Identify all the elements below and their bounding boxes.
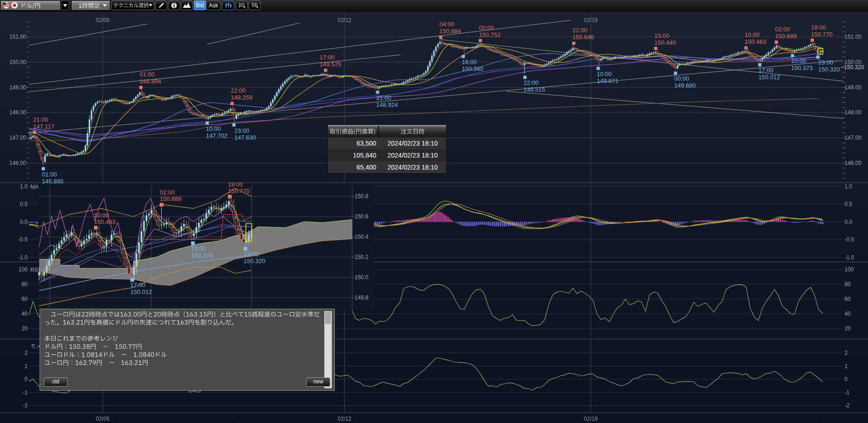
svg-text:02:00: 02:00 bbox=[160, 189, 175, 196]
svg-text:23:00: 23:00 bbox=[244, 251, 259, 258]
svg-text:-2: -2 bbox=[23, 402, 28, 409]
svg-text:15:00: 15:00 bbox=[654, 32, 670, 39]
svg-text:01:00: 01:00 bbox=[42, 171, 57, 178]
svg-text:80: 80 bbox=[22, 281, 28, 288]
svg-text:0.5: 0.5 bbox=[20, 201, 28, 207]
svg-text:150.0: 150.0 bbox=[355, 274, 368, 281]
svg-text:23:00: 23:00 bbox=[234, 127, 250, 134]
svg-text:150.340: 150.340 bbox=[462, 65, 484, 72]
svg-text:149.575: 149.575 bbox=[320, 61, 341, 68]
svg-text:150.770: 150.770 bbox=[811, 31, 833, 38]
svg-text:150.320: 150.320 bbox=[844, 64, 864, 70]
svg-text:40: 40 bbox=[22, 311, 28, 317]
svg-text:100: 100 bbox=[18, 266, 28, 273]
svg-text:0.5: 0.5 bbox=[845, 201, 852, 207]
svg-text:150.373: 150.373 bbox=[791, 65, 813, 71]
svg-text:147.00: 147.00 bbox=[9, 135, 26, 141]
svg-text:2: 2 bbox=[24, 350, 28, 356]
svg-text:22:00: 22:00 bbox=[572, 27, 588, 34]
svg-text:04:00: 04:00 bbox=[439, 21, 454, 28]
svg-text:-2: -2 bbox=[845, 402, 850, 409]
svg-text:00:00: 00:00 bbox=[674, 75, 689, 82]
svg-text:10:00: 10:00 bbox=[745, 31, 760, 38]
svg-text:150.463: 150.463 bbox=[745, 38, 766, 45]
svg-text:150.6: 150.6 bbox=[355, 213, 368, 220]
svg-text:40: 40 bbox=[845, 311, 851, 317]
svg-text:60: 60 bbox=[845, 296, 851, 302]
svg-text:20: 20 bbox=[22, 325, 28, 332]
svg-text:2: 2 bbox=[845, 350, 848, 356]
svg-text:150.440: 150.440 bbox=[654, 39, 676, 46]
svg-text:20: 20 bbox=[845, 325, 851, 332]
svg-text:17:00: 17:00 bbox=[130, 282, 146, 288]
svg-text:150.012: 150.012 bbox=[758, 74, 780, 81]
svg-text:150.00: 150.00 bbox=[9, 59, 26, 65]
svg-text:150.8: 150.8 bbox=[355, 193, 368, 200]
svg-text:-1: -1 bbox=[845, 389, 850, 396]
svg-text:-1.0: -1.0 bbox=[18, 254, 28, 261]
svg-text:02:00: 02:00 bbox=[775, 26, 790, 33]
svg-text:-0.5: -0.5 bbox=[845, 236, 854, 243]
svg-text:02/12: 02/12 bbox=[338, 416, 351, 422]
svg-text:16:00: 16:00 bbox=[462, 59, 477, 65]
svg-text:01:00: 01:00 bbox=[140, 71, 155, 78]
svg-text:150.884: 150.884 bbox=[439, 28, 461, 35]
svg-text:150.463: 150.463 bbox=[94, 218, 116, 225]
svg-text:150.320: 150.320 bbox=[244, 258, 265, 264]
svg-text:150.689: 150.689 bbox=[160, 195, 181, 202]
svg-text:149.871: 149.871 bbox=[597, 77, 618, 84]
svg-text:146.00: 146.00 bbox=[845, 160, 862, 166]
svg-text:150.689: 150.689 bbox=[775, 33, 797, 40]
svg-text:10:00: 10:00 bbox=[597, 70, 612, 77]
svg-text:149.00: 149.00 bbox=[845, 84, 862, 91]
svg-text:MA: MA bbox=[30, 184, 39, 190]
svg-text:10:00: 10:00 bbox=[191, 245, 206, 252]
svg-text:147.702: 147.702 bbox=[206, 132, 227, 139]
svg-text:02/05: 02/05 bbox=[96, 416, 110, 422]
svg-text:148.00: 148.00 bbox=[9, 109, 26, 116]
svg-text:149.680: 149.680 bbox=[674, 82, 696, 89]
svg-text:150.646: 150.646 bbox=[572, 34, 594, 41]
svg-text:02/19: 02/19 bbox=[584, 416, 598, 422]
svg-text:02/12: 02/12 bbox=[338, 17, 351, 24]
svg-text:149.515: 149.515 bbox=[524, 86, 545, 93]
svg-text:60: 60 bbox=[22, 296, 28, 302]
svg-text:150.373: 150.373 bbox=[191, 252, 213, 259]
svg-text:10:00: 10:00 bbox=[206, 125, 221, 132]
svg-text:148.00: 148.00 bbox=[845, 109, 862, 116]
svg-text:-0.5: -0.5 bbox=[18, 236, 28, 243]
svg-text:1: 1 bbox=[24, 363, 28, 370]
svg-text:150.752: 150.752 bbox=[479, 31, 501, 38]
svg-text:0.0: 0.0 bbox=[845, 219, 852, 225]
svg-text:151.00: 151.00 bbox=[845, 34, 862, 40]
svg-text:150.320: 150.320 bbox=[818, 66, 840, 73]
svg-text:10:00: 10:00 bbox=[94, 212, 109, 219]
svg-text:0: 0 bbox=[24, 376, 28, 382]
svg-text:147.00: 147.00 bbox=[845, 135, 862, 141]
svg-text:00:00: 00:00 bbox=[479, 24, 494, 31]
svg-text:150.770: 150.770 bbox=[228, 188, 250, 194]
svg-text:-1: -1 bbox=[23, 389, 28, 396]
svg-text:147.630: 147.630 bbox=[234, 134, 256, 141]
svg-text:-1.0: -1.0 bbox=[845, 254, 854, 261]
svg-text:17:00: 17:00 bbox=[320, 54, 335, 61]
svg-text:150.2: 150.2 bbox=[355, 254, 368, 260]
svg-text:17:00: 17:00 bbox=[758, 67, 774, 74]
svg-text:150.4: 150.4 bbox=[355, 234, 368, 240]
svg-text:21:00: 21:00 bbox=[33, 116, 48, 123]
svg-text:100: 100 bbox=[845, 266, 854, 273]
svg-text:148.924: 148.924 bbox=[376, 101, 398, 108]
svg-text:149.8: 149.8 bbox=[355, 294, 368, 301]
svg-text:148.894: 148.894 bbox=[140, 78, 161, 85]
svg-text:1: 1 bbox=[845, 363, 848, 370]
svg-text:0.0: 0.0 bbox=[20, 219, 28, 225]
svg-text:151.00: 151.00 bbox=[9, 34, 26, 40]
svg-text:02/19: 02/19 bbox=[584, 17, 598, 24]
svg-text:148.259: 148.259 bbox=[231, 94, 252, 101]
svg-text:146.00: 146.00 bbox=[9, 160, 26, 166]
svg-text:1.0: 1.0 bbox=[845, 183, 852, 190]
svg-text:0: 0 bbox=[845, 376, 848, 382]
svg-text:21:00: 21:00 bbox=[376, 94, 391, 101]
svg-text:23:00: 23:00 bbox=[818, 59, 833, 66]
svg-text:147.117: 147.117 bbox=[33, 123, 54, 130]
